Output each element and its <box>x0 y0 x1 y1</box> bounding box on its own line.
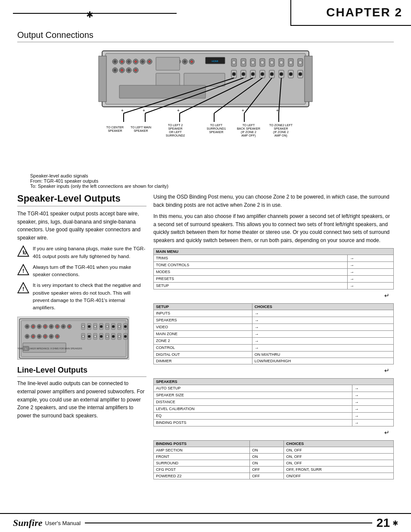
top-star-decoration: ✱ <box>86 9 93 20</box>
svg-point-37 <box>251 61 255 64</box>
setup-item-zone2: ZONE 2 <box>154 337 252 344</box>
warning-icon-3: ! <box>17 282 29 294</box>
svg-point-5 <box>114 60 116 63</box>
setup-row-video: VIDEO → <box>154 324 394 330</box>
svg-rect-2 <box>99 56 106 102</box>
svg-text:!: ! <box>22 286 24 292</box>
main-menu-header: MAIN MENU <box>154 248 394 255</box>
bp-item-front: FRONT <box>154 453 250 460</box>
svg-text:+: + <box>242 108 244 113</box>
warning-icon-2: ! <box>17 264 29 276</box>
svg-text:(IF ZONE 2: (IF ZONE 2 <box>273 131 289 134</box>
svg-point-23 <box>134 69 137 72</box>
svg-point-49 <box>232 72 236 76</box>
spk-choice-size: → <box>352 392 393 398</box>
svg-point-137 <box>94 325 97 328</box>
svg-point-45 <box>289 61 293 64</box>
svg-text:HDMI: HDMI <box>212 60 218 62</box>
svg-point-145 <box>118 325 121 328</box>
menu-row-tone: TONE CONTROLS → <box>154 261 394 268</box>
diagram-caption: Speaker-level audio signals From: TGR-40… <box>30 173 394 189</box>
left-column: Speaker-Level Outputs The TGR-401 speake… <box>17 193 146 479</box>
binding-posts-menu-table: BINDING POSTS CHOICES AMP SECTION ON ON,… <box>153 440 394 479</box>
svg-text:SPEAKER: SPEAKER <box>168 127 182 130</box>
warning-block-2: ! Always turn off the TGR-401 when you m… <box>17 264 146 279</box>
warning-block-1: ! • If you are using banana plugs, make … <box>17 245 146 260</box>
svg-point-7 <box>121 60 123 63</box>
spk-choice-levelcal: → <box>352 405 393 412</box>
spk-item-autosetup: AUTO SETUP <box>154 385 352 392</box>
setup-row-zone2: ZONE 2 → <box>154 337 394 344</box>
bp-choice-front: ON, OFF <box>284 453 394 460</box>
svg-text:+: + <box>177 108 180 113</box>
svg-point-151 <box>32 336 34 338</box>
svg-point-175 <box>124 335 127 338</box>
bp-row-poweredz2: POWERED Z2 OFF ON/OFF <box>154 473 394 479</box>
warning-text-2: Always turn off the TGR-401 when you mak… <box>33 264 146 279</box>
amp-diagram-svg: HDMI + + + + + <box>76 47 335 171</box>
footer-star: ✱ <box>392 519 398 527</box>
spk-row-binding: BINDING POSTS → <box>154 419 394 426</box>
svg-point-143 <box>112 325 115 328</box>
menu-tables-container: MAIN MENU TRIMS → TONE CONTROLS → MODES … <box>153 248 394 479</box>
bp-row-front: FRONT ON ON, OFF <box>154 453 394 460</box>
brand-name: Sunfire <box>13 517 42 528</box>
spk-choice-eq: → <box>352 412 393 419</box>
svg-point-9 <box>128 60 130 63</box>
svg-text:+: + <box>276 108 279 113</box>
setup-row-dimmer: DIMMER LOW/MEDIUM/HIGH <box>154 358 394 364</box>
bp-choice-poweredz2: ON/OFF <box>284 473 394 479</box>
setup-item-speakers: SPEAKERS <box>154 317 252 324</box>
bp-col2-surround: ON <box>250 460 284 466</box>
svg-point-129 <box>62 326 65 328</box>
menu-row-trims: TRIMS → <box>154 255 394 261</box>
svg-point-47 <box>299 61 302 64</box>
main-content: Output Connections <box>17 30 394 479</box>
setup-choice-dimmer: LOW/MEDIUM/HIGH <box>252 358 393 364</box>
spk-choice-binding: → <box>352 419 393 426</box>
svg-text:TO LEFT: TO LEFT <box>210 124 223 127</box>
setup-header-left: SETUP <box>154 303 252 310</box>
menu-row-setup: SETUP → <box>154 282 394 289</box>
svg-text:(IF ZONE 2: (IF ZONE 2 <box>241 131 256 134</box>
svg-point-139 <box>100 325 103 328</box>
bp-item-cfgpost: CFG POST <box>154 466 250 473</box>
svg-rect-66 <box>184 73 225 86</box>
svg-text:SPEAKER: SPEAKER <box>209 131 223 134</box>
svg-point-173 <box>118 335 121 338</box>
svg-point-149 <box>26 336 28 338</box>
bp-choice-cfgpost: OFF, FRONT, SURR <box>284 466 394 473</box>
bp-item-surround: SURROUND <box>154 460 250 466</box>
menu-connector-arrow-1: ↵ <box>153 292 389 299</box>
svg-text:+: + <box>143 108 145 113</box>
menu-arrow-trims: → <box>348 255 394 261</box>
setup-item-dimmer: DIMMER <box>154 358 252 364</box>
svg-point-53 <box>251 72 255 76</box>
footer-line <box>85 523 372 523</box>
warning-block-3: ! It is very important to check that the… <box>17 282 146 311</box>
bp-header-label: BINDING POSTS <box>154 440 250 447</box>
setup-item-digitalout: DIGITAL OUT <box>154 351 252 358</box>
setup-item-video: VIDEO <box>154 324 252 330</box>
spk-choice-distance: → <box>352 398 393 405</box>
bp-header-choices: CHOICES <box>284 440 394 447</box>
spk-row-eq: EQ → <box>154 412 394 419</box>
svg-point-135 <box>88 325 90 328</box>
svg-point-153 <box>38 336 40 338</box>
svg-text:+: + <box>121 108 124 113</box>
menu-row-modes: MODES → <box>154 268 394 275</box>
svg-point-13 <box>141 60 144 63</box>
svg-text:SPEAKER: SPEAKER <box>134 129 148 132</box>
spk-item-levelcal: LEVEL CALIBRATION <box>154 405 352 412</box>
svg-text:↻: ↻ <box>25 348 27 350</box>
menu-connector-arrow-3: ↵ <box>153 429 389 436</box>
svg-point-165 <box>94 335 97 338</box>
warning-icon-1: ! • <box>17 245 29 257</box>
svg-point-19 <box>121 69 123 72</box>
svg-text:AMP OFF): AMP OFF) <box>241 134 255 137</box>
spk-row-distance: DISTANCE → <box>154 398 394 405</box>
svg-rect-64 <box>156 57 180 70</box>
menu-item-tone: TONE CONTROLS <box>154 261 348 268</box>
menu-item-modes: MODES <box>154 268 348 275</box>
speaker-para1: The TGR-401 speaker output posts accept … <box>17 210 146 242</box>
